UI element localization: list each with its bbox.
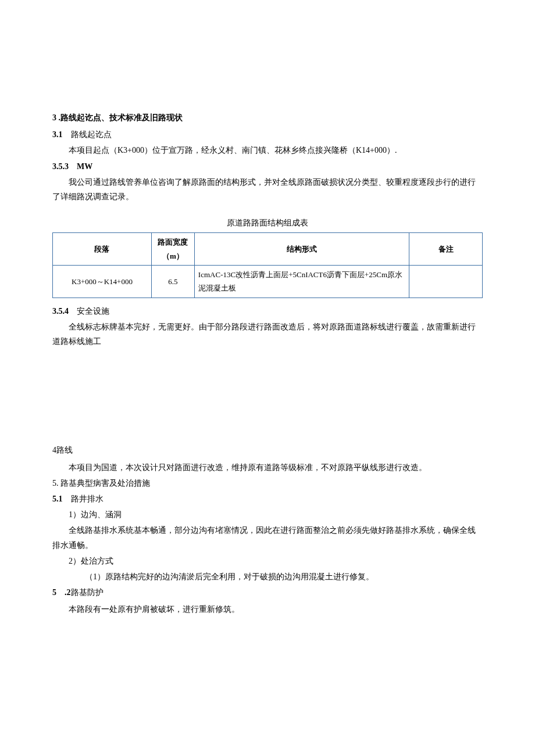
para-3-5-3-1: 我公司通过路线管养单位咨询了解原路面的结构形式，并对全线原路面破损状况分类型、较… bbox=[52, 175, 483, 204]
heading-3-1: 3.1 路线起讫点 bbox=[52, 127, 483, 142]
heading-3-5-4-num: 3.5.4 bbox=[52, 307, 69, 316]
para-4-1: 本项目为国道，本次设计只对路面进行改造，维持原有道路等级标准，不对原路平纵线形进… bbox=[52, 460, 483, 475]
heading-5-1-title: 路井排水 bbox=[71, 495, 104, 503]
heading-5-num: 5. bbox=[52, 479, 59, 488]
heading-3-5-3-num: 3.5.3 bbox=[52, 162, 69, 171]
heading-5-2-title: 路基防护 bbox=[71, 588, 104, 597]
heading-3-5-3: 3.5.3 MW bbox=[52, 159, 483, 174]
heading-3-5-4: 3.5.4 安全设施 bbox=[52, 304, 483, 318]
heading-3-5-3-title: MW bbox=[77, 162, 92, 171]
td-structure: IcmAC-13C改性沥青上面层+5CnIACT6沥青下面层+25Cm原水泥混凝… bbox=[194, 266, 409, 298]
section-gap bbox=[52, 350, 483, 443]
heading-3-1-title: 路线起讫点 bbox=[71, 130, 112, 139]
para-3-1-1: 本项目起点（K3+000）位于宣万路，经永义村、南门镇、花林乡终点接兴隆桥（K1… bbox=[52, 143, 483, 157]
heading-3-1-num: 3.1 bbox=[52, 130, 63, 139]
heading-3-num: 3 bbox=[52, 113, 56, 122]
th-segment: 段落 bbox=[53, 233, 152, 266]
item-5-1-1: 1）边沟、涵洞 bbox=[52, 507, 483, 522]
heading-5: 5. 路基典型病害及处治措施 bbox=[52, 476, 483, 490]
heading-5-1-num: 5.1 bbox=[52, 495, 63, 503]
para-5-1-1: 全线路基排水系统基本畅通，部分边沟有堵塞情况，因此在进行路面整治之前必须先做好路… bbox=[52, 523, 483, 552]
para-3-5-4-1: 全线标志标牌基本完好，无需更好。由于部分路段进行路面改造后，将对原路面道路标线进… bbox=[52, 320, 483, 349]
table-row: K3+000～K14+000 6.5 IcmAC-13C改性沥青上面层+5CnI… bbox=[53, 266, 483, 298]
th-structure: 结构形式 bbox=[194, 233, 409, 266]
para-5-2-1: 本路段有一处原有护肩被破坏，进行重新修筑。 bbox=[52, 602, 483, 617]
heading-3: 3 .路线起讫点、技术标准及旧路现状 bbox=[52, 110, 483, 125]
td-width: 6.5 bbox=[151, 266, 194, 298]
heading-3-text: .路线起讫点、技术标准及旧路现状 bbox=[59, 113, 183, 122]
heading-5-2: 5 .2路基防护 bbox=[52, 585, 483, 600]
th-note: 备注 bbox=[409, 233, 483, 266]
heading-5-1: 5.1 路井排水 bbox=[52, 492, 483, 506]
heading-5-text: 路基典型病害及处治措施 bbox=[60, 479, 150, 488]
heading-4-num: 4 bbox=[52, 446, 56, 454]
heading-5-2-numtail: .2 bbox=[65, 588, 71, 597]
table-header-row: 段落 路面宽度（m） 结构形式 备注 bbox=[53, 233, 483, 266]
heading-4-text: 路线 bbox=[56, 446, 73, 454]
td-segment: K3+000～K14+000 bbox=[53, 266, 152, 298]
th-width: 路面宽度（m） bbox=[151, 233, 194, 266]
structure-table: 段落 路面宽度（m） 结构形式 备注 K3+000～K14+000 6.5 Ic… bbox=[52, 232, 483, 298]
heading-4: 4路线 bbox=[52, 443, 483, 457]
table-title: 原道路路面结构组成表 bbox=[52, 216, 483, 230]
td-note bbox=[409, 266, 483, 298]
item-5-1-2: 2）处治方式 bbox=[52, 554, 483, 568]
heading-3-5-4-title: 安全设施 bbox=[77, 307, 109, 316]
heading-5-2-num: 5 bbox=[52, 588, 56, 597]
subitem-5-1-2-1: （1）原路结构完好的边沟清淤后完全利用，对于破损的边沟用混凝土进行修复。 bbox=[52, 569, 483, 584]
